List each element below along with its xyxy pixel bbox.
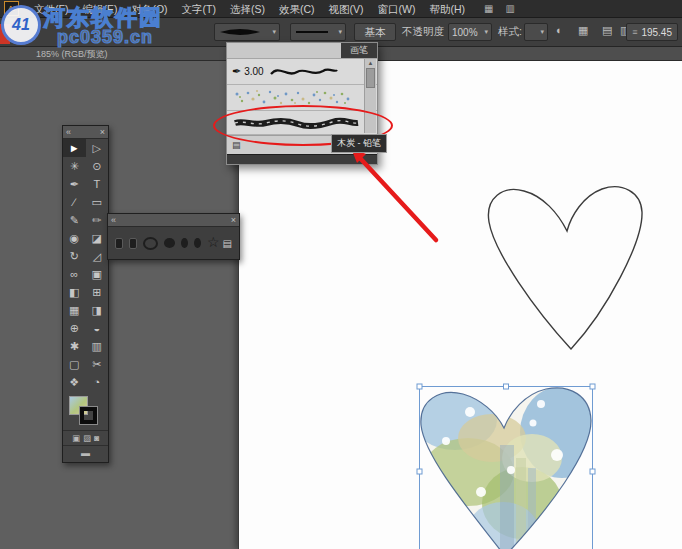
artboard-tool[interactable]: ▢ <box>63 355 86 373</box>
tools-panel: « × ►▷✳⊙✒T∕▭✎✏◉◪↻◿∞▣◧⊞▦◨⊕◒✱▥▢✂❖◔ ▣▨◙ ▬ <box>62 125 109 463</box>
blob-brush-tool[interactable]: ◉ <box>63 229 86 247</box>
menu-bar: Ai 文件(F) 编辑(E) 对象(O) 文字(T) 选择(S) 效果(C) 视… <box>0 0 682 18</box>
menu-help[interactable]: 帮助(H) <box>423 0 473 18</box>
collapse-panel-icon[interactable]: « <box>111 214 116 226</box>
zoom-tool[interactable]: ◔ <box>86 373 109 391</box>
calligraphic-stroke-preview <box>269 62 339 82</box>
stroke-style-button[interactable]: 基本 <box>354 23 396 41</box>
app-icon[interactable]: Ai <box>4 1 19 16</box>
type-tool[interactable]: T <box>86 175 109 193</box>
free-transform-tool[interactable]: ▣ <box>86 265 109 283</box>
brushes-list: ✒ 3.00 <box>227 59 377 135</box>
opacity-value: 100% <box>452 27 478 38</box>
brushes-panel-tab[interactable]: 画笔 <box>341 43 377 58</box>
width-profile-select[interactable]: ▾ <box>214 23 280 41</box>
brush-tooltip: 木炭 - 铅笔 <box>331 134 387 153</box>
draw-behind-icon[interactable]: ▨ <box>83 433 91 443</box>
symbol-sprayer-tool[interactable]: ✱ <box>63 337 86 355</box>
paintbrush-tool[interactable]: ✎ <box>63 211 86 229</box>
brush-item-stipple[interactable] <box>227 85 377 111</box>
symbol-item-6[interactable] <box>194 238 201 248</box>
x-position-field[interactable]: ≡ 195.45 <box>626 23 678 41</box>
menu-object[interactable]: 对象(O) <box>124 0 174 18</box>
draw-mode-buttons: ▣▨◙ <box>63 430 108 445</box>
brushes-scrollbar[interactable]: ▲ <box>364 59 376 133</box>
width-tool[interactable]: ∞ <box>63 265 86 283</box>
menu-view[interactable]: 视图(V) <box>322 0 371 18</box>
magic-wand-tool[interactable]: ✳ <box>63 157 86 175</box>
symbol-item-1[interactable] <box>115 238 123 249</box>
collapse-panel-icon[interactable]: « <box>66 126 71 138</box>
opacity-value-select[interactable]: 100% ▾ <box>448 23 492 41</box>
document-setup-icon[interactable]: ▦ <box>578 24 588 37</box>
eyedropper-tool[interactable]: ⊕ <box>63 319 86 337</box>
screen-mode-button[interactable]: ▬ <box>63 445 108 462</box>
shape-builder-tool[interactable]: ◧ <box>63 283 86 301</box>
stroke-color-swatch[interactable] <box>80 407 97 424</box>
illustrator-window: Ai 文件(F) 编辑(E) 对象(O) 文字(T) 选择(S) 效果(C) 视… <box>0 0 682 549</box>
pen-tool[interactable]: ✒ <box>63 175 86 193</box>
symbol-item-5[interactable] <box>181 238 188 248</box>
symbol-item-4[interactable] <box>164 238 175 248</box>
style-select[interactable]: ▾ <box>524 23 548 41</box>
chevron-down-icon: ▾ <box>537 28 544 36</box>
mesh-tool[interactable]: ▦ <box>63 301 86 319</box>
brush-stroke-preview-icon <box>294 27 330 37</box>
docked-panel-strip <box>227 154 377 164</box>
menu-type[interactable]: 文字(T) <box>175 0 223 18</box>
brush-definition-select[interactable]: ▾ <box>290 23 346 41</box>
symbol-item-7[interactable]: ☆ <box>207 237 220 247</box>
calligraphic-nib-icon: ✒ <box>232 65 241 78</box>
menu-edit[interactable]: 编辑(E) <box>75 0 124 18</box>
rotate-tool[interactable]: ↻ <box>63 247 86 265</box>
chevron-down-icon: ▾ <box>335 28 342 36</box>
width-profile-preview-icon <box>218 26 262 38</box>
close-panel-icon[interactable]: × <box>231 214 236 226</box>
symbols-panel: « × ☆▤ <box>107 213 240 260</box>
draw-inside-icon[interactable]: ◙ <box>94 433 99 443</box>
close-panel-icon[interactable]: × <box>100 126 105 138</box>
slice-tool[interactable]: ✂ <box>86 355 109 373</box>
selection-tool[interactable]: ► <box>63 139 86 157</box>
scroll-up-icon[interactable]: ▲ <box>365 60 376 66</box>
eraser-tool[interactable]: ◪ <box>86 229 109 247</box>
gradient-tool[interactable]: ◨ <box>86 301 109 319</box>
draw-normal-icon[interactable]: ▣ <box>72 433 80 443</box>
scroll-thumb[interactable] <box>366 68 375 88</box>
panel-menu-icon[interactable]: ▤ <box>223 238 232 249</box>
symbols-strip: ☆▤ <box>108 227 239 259</box>
menu-file[interactable]: 文件(F) <box>27 0 75 18</box>
brush-item-charcoal[interactable] <box>227 111 377 135</box>
lasso-tool[interactable]: ⊙ <box>86 157 109 175</box>
chevron-down-icon: ▾ <box>269 28 276 36</box>
pencil-tool[interactable]: ✏ <box>86 211 109 229</box>
brush-item-calligraphic[interactable]: ✒ 3.00 <box>227 59 377 85</box>
tools-grid: ►▷✳⊙✒T∕▭✎✏◉◪↻◿∞▣◧⊞▦◨⊕◒✱▥▢✂❖◔ <box>63 139 108 391</box>
transform-panel-icon[interactable]: ▤ <box>602 24 612 37</box>
rectangle-tool[interactable]: ▭ <box>86 193 109 211</box>
recolor-artwork-icon[interactable]: ◐ <box>556 24 563 36</box>
chevron-down-icon: ▾ <box>481 28 488 36</box>
symbol-item-2[interactable] <box>129 238 137 249</box>
column-graph-tool[interactable]: ▥ <box>86 337 109 355</box>
fill-stroke-swatches <box>63 394 108 430</box>
menu-effect[interactable]: 效果(C) <box>272 0 322 18</box>
direct-selection-tool[interactable]: ▷ <box>86 139 109 157</box>
symbols-panel-header: « × <box>108 214 239 227</box>
line-segment-tool[interactable]: ∕ <box>63 193 86 211</box>
style-label: 样式: <box>498 25 522 39</box>
brush-libraries-menu-icon[interactable]: ▤ <box>232 140 241 150</box>
grid-view-icon[interactable]: ▦ <box>484 3 493 14</box>
workspace-switcher-icon[interactable]: ▥ <box>506 3 515 14</box>
tools-panel-header: « × <box>63 126 108 139</box>
opacity-label[interactable]: 不透明度 <box>402 25 444 39</box>
zoom-status: 185% (RGB/预览) <box>36 48 108 61</box>
blend-tool[interactable]: ◒ <box>86 319 109 337</box>
perspective-grid-tool[interactable]: ⊞ <box>86 283 109 301</box>
stipple-stroke-preview <box>232 88 358 108</box>
menu-select[interactable]: 选择(S) <box>223 0 272 18</box>
hand-tool[interactable]: ❖ <box>63 373 86 391</box>
menu-window[interactable]: 窗口(W) <box>371 0 423 18</box>
scale-tool[interactable]: ◿ <box>86 247 109 265</box>
symbol-item-3[interactable] <box>143 237 158 250</box>
